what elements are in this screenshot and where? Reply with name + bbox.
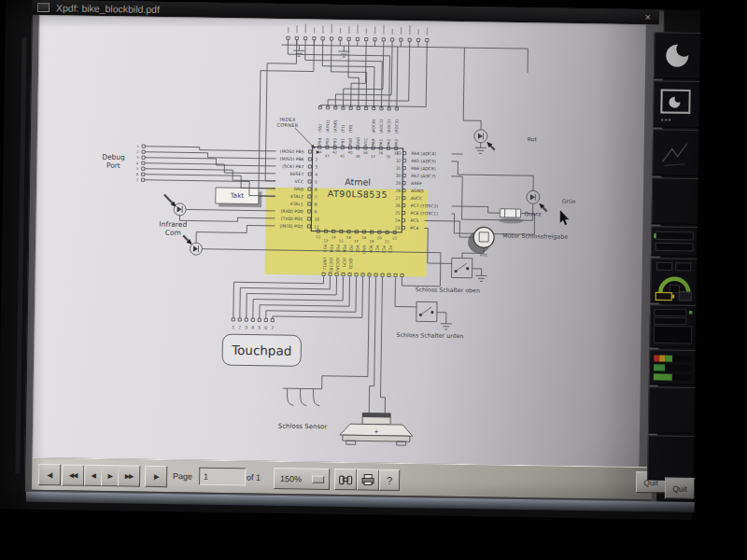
dock-tile-blank-2[interactable] xyxy=(648,386,696,434)
dock-tile-gnustep[interactable] xyxy=(654,32,701,79)
nav-prev-button[interactable]: ◀ xyxy=(84,465,102,486)
sketch-icon xyxy=(653,130,698,175)
zoom-dropdown[interactable]: 150% xyxy=(274,468,330,490)
gauge-icon xyxy=(651,259,697,302)
dock-tile-sketch[interactable] xyxy=(652,129,699,176)
dock-tile-load-monitor[interactable] xyxy=(649,349,697,385)
nav-back10-button[interactable]: ◀◀ xyxy=(62,464,84,485)
page-total-label: of 1 xyxy=(247,472,261,482)
desktop-screen: Xpdf: bike_blockbild.pdf × xyxy=(0,0,700,520)
gnustep-logo-icon xyxy=(655,33,700,78)
dock-tile-meter[interactable] xyxy=(651,226,698,257)
bargraph-icon xyxy=(650,350,696,385)
dock-tile-status[interactable] xyxy=(649,304,697,348)
monitor-photo: Xpdf: bike_blockbild.pdf × xyxy=(0,0,747,560)
page-input[interactable] xyxy=(199,468,246,486)
nav-first-button[interactable]: ◀| xyxy=(38,464,61,485)
find-button[interactable] xyxy=(334,469,357,490)
dock-tile-blank-3[interactable] xyxy=(647,435,695,481)
option-menu-dash-icon xyxy=(312,475,324,483)
pdf-page-canvas[interactable] xyxy=(32,15,645,467)
page-label: Page xyxy=(173,471,192,481)
dock-tile-gauge-monitor[interactable] xyxy=(650,258,698,303)
close-icon[interactable]: × xyxy=(644,11,651,22)
about-button[interactable]: ? xyxy=(379,469,400,491)
dock-tile-blank[interactable] xyxy=(651,177,698,225)
meter-rows-icon xyxy=(652,227,697,256)
mini-window-icon xyxy=(654,81,699,127)
print-button[interactable] xyxy=(357,469,379,490)
window-menu-icon[interactable] xyxy=(37,3,49,12)
windowmaker-dock xyxy=(647,32,701,481)
binoculars-icon xyxy=(338,474,353,485)
nav-fwd10-button[interactable]: ▶▶ xyxy=(118,465,140,486)
nav-last-button[interactable]: |▶ xyxy=(145,466,167,487)
dock-tile-terminal[interactable] xyxy=(653,80,700,128)
zoom-value: 150% xyxy=(280,474,312,484)
printer-icon xyxy=(360,473,375,485)
nav-next-button[interactable]: ▶ xyxy=(101,465,119,486)
status-rows-icon xyxy=(650,305,696,347)
dock-quit-button[interactable]: Quit xyxy=(665,478,695,499)
